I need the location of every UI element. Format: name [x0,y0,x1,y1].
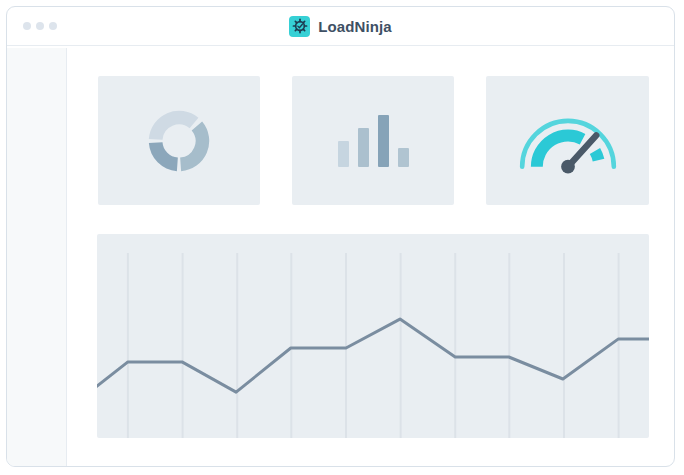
browser-window: LoadNinja [6,6,675,467]
sidebar [7,48,67,467]
bar-icon-bar [338,141,349,167]
window-control-dot[interactable] [36,22,44,30]
gauge-icon [513,108,623,174]
dashboard-line-chart [97,234,649,438]
bar-icon-bar [378,115,389,167]
gear-check-icon [292,18,308,34]
check-mark [298,24,303,27]
dashboard-chart-panel [97,234,649,438]
illustration-stage: LoadNinja [0,0,684,475]
donut-segment-bottom-left [149,142,178,171]
brand: LoadNinja [289,16,391,37]
window-control-dot[interactable] [23,22,31,30]
window-dots [23,7,57,45]
gear-ring [295,22,304,31]
donut-chart-icon [145,107,213,175]
bar-icon-bar [398,148,409,167]
donut-segment-top [149,110,199,139]
window-control-dot[interactable] [49,22,57,30]
donut-segment-right [180,121,209,171]
gauge-tick-arc [594,151,598,160]
bar-chart-icon [338,115,409,167]
chart-line-series [97,319,649,392]
card-donut-chart [98,76,260,205]
brand-title: LoadNinja [318,18,391,35]
loadninja-logo [289,16,310,37]
card-gauge [486,76,649,205]
window-titlebar: LoadNinja [7,7,674,46]
card-bar-chart [292,76,454,205]
gauge-hub [561,159,575,173]
bar-icon-bar [358,128,369,167]
